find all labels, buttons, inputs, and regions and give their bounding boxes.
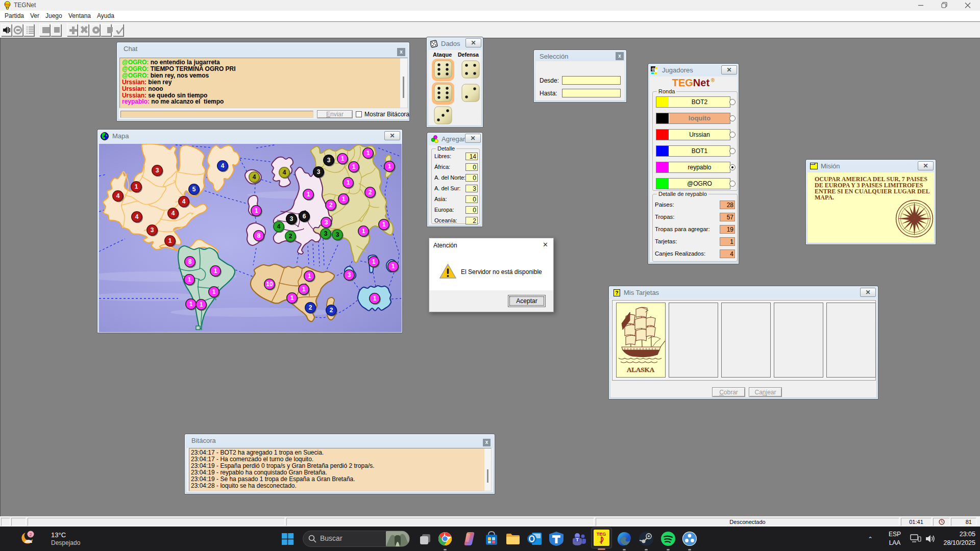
svg-text:8: 8 — [257, 232, 261, 239]
svg-text:1: 1 — [189, 300, 193, 308]
svg-text:4: 4 — [172, 210, 175, 217]
svg-text:1: 1 — [307, 191, 310, 198]
svg-text:1: 1 — [168, 237, 172, 244]
svg-text:1: 1 — [342, 195, 346, 203]
svg-text:5: 5 — [192, 186, 196, 193]
svg-text:3: 3 — [317, 168, 321, 176]
svg-text:TEG: TEG — [5, 3, 10, 6]
svg-text:3: 3 — [336, 231, 339, 238]
svg-text:1: 1 — [382, 221, 386, 228]
svg-text:4: 4 — [116, 192, 120, 199]
svg-text:1: 1 — [255, 207, 258, 214]
svg-text:1: 1 — [352, 163, 356, 170]
svg-text:1: 1 — [341, 155, 345, 162]
svg-text:T: T — [576, 537, 579, 542]
svg-text:1: 1 — [308, 272, 311, 280]
svg-text:1: 1 — [200, 301, 203, 308]
svg-text:1: 1 — [214, 267, 217, 274]
svg-text:1: 1 — [362, 228, 365, 235]
svg-text:3: 3 — [156, 167, 159, 174]
svg-text:1: 1 — [391, 263, 395, 270]
svg-text:1: 1 — [188, 276, 191, 283]
svg-text:4: 4 — [135, 213, 139, 220]
svg-text:2: 2 — [369, 189, 372, 196]
svg-text:3: 3 — [327, 157, 331, 164]
svg-text:4: 4 — [253, 173, 256, 181]
svg-text:2: 2 — [309, 304, 312, 311]
svg-text:2: 2 — [330, 307, 333, 314]
svg-text:3: 3 — [290, 215, 293, 222]
svg-text:8: 8 — [188, 258, 192, 265]
svg-text:1: 1 — [373, 295, 377, 302]
svg-text:ALASKA: ALASKA — [627, 366, 655, 373]
svg-text:3: 3 — [325, 219, 328, 226]
svg-text:2: 2 — [329, 202, 333, 209]
svg-text:10: 10 — [266, 281, 273, 288]
svg-text:2: 2 — [289, 233, 292, 240]
svg-text:3: 3 — [348, 271, 351, 279]
svg-text:1: 1 — [388, 163, 391, 170]
svg-text:1: 1 — [347, 179, 350, 186]
svg-text:4: 4 — [283, 169, 286, 176]
svg-text:1: 1 — [302, 286, 306, 293]
svg-text:4: 4 — [277, 223, 281, 230]
svg-text:4: 4 — [182, 198, 186, 205]
svg-text:2: 2 — [29, 532, 32, 537]
svg-text:6: 6 — [303, 213, 306, 220]
svg-text:3: 3 — [151, 227, 154, 234]
svg-text:1: 1 — [135, 183, 138, 190]
svg-text:1: 1 — [290, 294, 294, 302]
svg-text:4: 4 — [221, 162, 225, 169]
svg-text:1: 1 — [372, 258, 376, 265]
svg-text:1: 1 — [212, 288, 216, 295]
svg-text:3: 3 — [324, 230, 328, 237]
svg-text:1: 1 — [366, 149, 370, 157]
svg-text:TEG: TEG — [597, 532, 606, 537]
